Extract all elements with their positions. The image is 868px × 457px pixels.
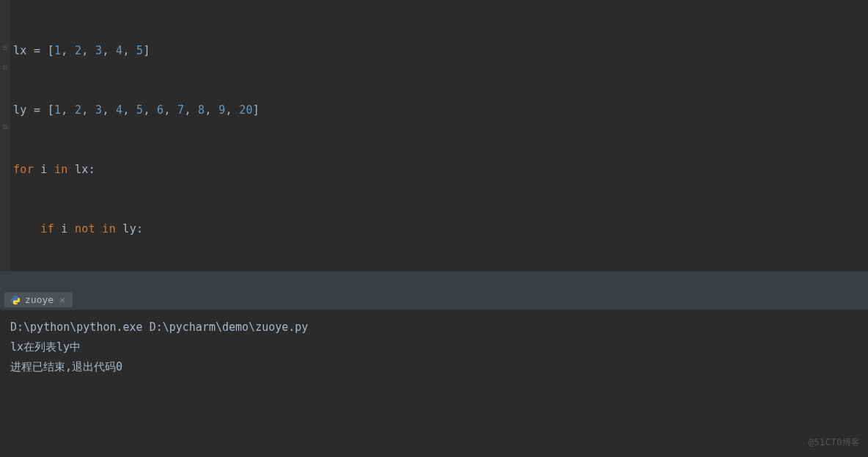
number: 4 — [116, 44, 122, 57]
number: 4 — [116, 103, 122, 117]
number: 5 — [136, 44, 143, 57]
code-area[interactable]: lx = [1, 2, 3, 4, 5] ly = [1, 2, 3, 4, 5… — [0, 0, 868, 271]
number: 2 — [75, 103, 81, 117]
number: 3 — [95, 103, 102, 117]
console-line: 进程已结束,退出代码0 — [10, 357, 858, 377]
run-tab-bar: zuoye × — [0, 290, 868, 310]
code-line[interactable]: ly = [1, 2, 3, 4, 5, 6, 7, 8, 9, 20] — [13, 100, 868, 120]
number: 1 — [54, 44, 61, 57]
identifier: i — [54, 222, 75, 235]
punct: ] — [143, 44, 150, 57]
run-tab-label: zuoye — [25, 294, 54, 305]
run-tab[interactable]: zuoye × — [4, 292, 73, 307]
punct: = [ — [27, 44, 54, 57]
editor-pane[interactable]: ⊟ ⊟ ⊟ lx = [1, 2, 3, 4, 5] ly = [1, 2, 3… — [0, 0, 868, 271]
console-line: D:\python\python.exe D:\pycharm\demo\zuo… — [10, 318, 858, 337]
close-icon[interactable]: × — [58, 294, 67, 305]
punct: : — [136, 222, 143, 235]
number: 2 — [75, 44, 81, 57]
identifier: lx — [13, 44, 27, 57]
code-line[interactable]: for i in lx: — [13, 160, 868, 180]
console-line: lx在列表ly中 — [10, 337, 858, 357]
keyword: for — [13, 163, 34, 176]
indent — [13, 222, 40, 235]
python-icon — [10, 295, 21, 305]
fold-marker-icon[interactable]: ⊟ — [1, 123, 9, 131]
code-line[interactable]: lx = [1, 2, 3, 4, 5] — [13, 41, 868, 61]
fold-marker-icon[interactable]: ⊟ — [1, 44, 9, 51]
number: 3 — [95, 44, 102, 57]
pane-separator[interactable] — [0, 271, 868, 290]
fold-marker-icon[interactable]: ⊟ — [1, 64, 9, 71]
keyword: not in — [75, 222, 116, 235]
watermark: @51CTO博客 — [809, 433, 861, 453]
keyword: if — [40, 222, 54, 235]
identifier: lx — [68, 163, 89, 176]
number: 20 — [239, 103, 253, 117]
number: 5 — [136, 103, 143, 117]
identifier: i — [34, 163, 54, 176]
identifier: ly — [13, 103, 27, 117]
punct: : — [89, 163, 95, 176]
punct: ] — [253, 103, 260, 117]
punct: = [ — [27, 103, 54, 117]
console-pane[interactable]: D:\python\python.exe D:\pycharm\demo\zuo… — [0, 310, 868, 457]
identifier: ly — [116, 222, 136, 235]
gutter: ⊟ ⊟ ⊟ — [0, 0, 10, 271]
keyword: in — [54, 163, 68, 176]
code-line[interactable]: if i not in ly: — [13, 219, 868, 239]
number: 1 — [54, 103, 61, 117]
